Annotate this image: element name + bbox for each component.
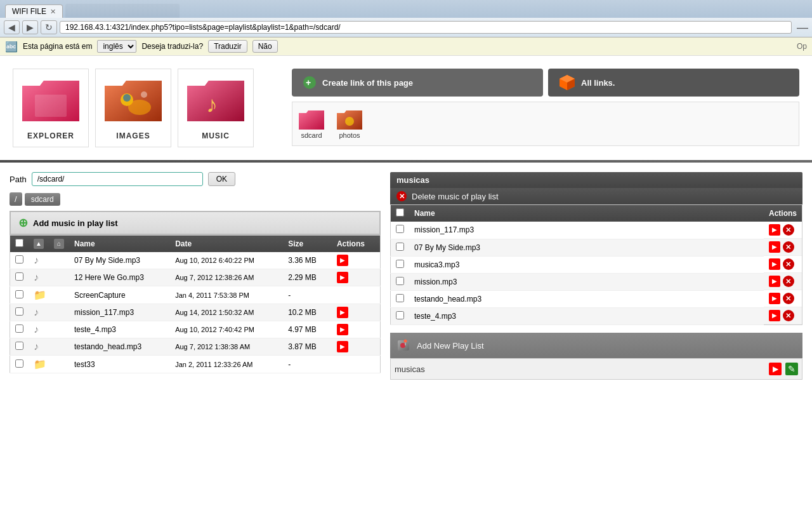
back-button[interactable]: ◀ [4,20,20,34]
select-all-checkbox[interactable] [15,239,23,247]
pl-row-check-cell [391,290,410,307]
row-checkbox[interactable] [15,272,23,281]
svg-text:♪: ♪ [206,91,218,117]
pl-delete-btn[interactable]: ✕ [783,276,794,287]
row-date: Jan 4, 2011 7:53:38 PM [170,286,283,304]
row-checkbox[interactable] [15,342,23,350]
row-date: Aug 10, 2012 6:40:22 PM [170,252,283,269]
row-checkbox[interactable] [15,359,23,368]
music-folder[interactable]: ♪ MUSIC [178,69,254,147]
pl-play-btn[interactable]: ▶ [769,293,780,304]
folder-icons: EXPLORER [13,69,254,147]
refresh-button[interactable]: ↻ [41,20,57,34]
col-sort-up: ▲ [29,236,49,253]
play-button[interactable]: ▶ [337,272,348,283]
row-name: teste_4.mp3 [69,321,170,338]
play-button[interactable]: ▶ [337,307,348,318]
table-row: ♪ mission_117.mp3 Aug 14, 2012 1:50:32 A… [10,304,381,321]
sort-up-btn[interactable]: ▲ [34,239,44,249]
pl-play-btn[interactable]: ▶ [769,276,780,287]
svg-text:+: + [306,77,311,88]
svg-rect-2 [35,95,67,117]
pl-play-btn[interactable]: ▶ [769,258,780,270]
shortcut-photos[interactable]: photos [337,109,362,139]
shortcut-sdcard[interactable]: sdcard [299,109,324,139]
forward-button[interactable]: ▶ [22,20,38,34]
row-checkbox[interactable] [15,255,23,264]
pl-row-checkbox[interactable] [396,243,404,251]
browser-tab[interactable]: WIFI FILE ✕ [5,4,63,18]
photos-label: photos [339,131,360,139]
all-links-label: All links. [581,78,615,88]
breadcrumb-root[interactable]: / [10,192,22,206]
breadcrumb-sdcard[interactable]: sdcard [25,193,60,206]
row-check-cell [10,286,29,304]
add-music-label: Add music in play list [33,218,118,228]
create-link-button[interactable]: + Create link of this page [292,69,543,97]
row-check-cell [10,269,29,286]
pl-row-checkbox[interactable] [396,311,404,319]
row-size: - [283,286,332,304]
new-playlist-name-bar: musicas ▶ ✎ [390,358,802,380]
row-size: 3.87 MB [283,338,332,356]
extra-option: Op [797,42,807,51]
path-label: Path [10,175,27,184]
pl-delete-btn[interactable]: ✕ [783,258,794,270]
playlist-add-btn[interactable]: ✎ [785,363,798,375]
translate-button[interactable]: Traduzir [208,40,247,53]
pl-row-name: mission_117.mp3 [409,222,764,239]
row-checkbox[interactable] [15,290,23,298]
language-select[interactable]: inglês [97,40,136,53]
row-check-cell [10,304,29,321]
pl-row-checkbox[interactable] [396,260,404,268]
col-home: ⌂ [49,236,69,253]
top-section: EXPLORER [0,56,812,160]
pl-play-btn[interactable]: ▶ [769,224,780,236]
play-button[interactable]: ▶ [337,255,348,266]
images-folder[interactable]: IMAGES [95,69,171,147]
home-btn[interactable]: ⌂ [54,239,64,249]
sdcard-icon [299,109,324,131]
pl-row-checkbox[interactable] [396,294,404,302]
delete-music-bar[interactable]: ✕ Delete music of play list [390,188,802,204]
row-check-cell [10,338,29,356]
no-translate-button[interactable]: Não [252,40,278,53]
explorer-folder[interactable]: EXPLORER [13,69,89,147]
pl-row-checkbox[interactable] [396,225,404,233]
row-checkbox[interactable] [15,324,23,333]
row-checkbox[interactable] [15,307,23,316]
pl-row-actions: ▶ ✕ [764,239,802,256]
pl-play-btn[interactable]: ▶ [769,310,780,321]
svg-point-26 [404,340,407,343]
pl-delete-btn[interactable]: ✕ [783,310,794,321]
links-buttons: + Create link of this page All links. [292,69,799,97]
pl-row-checkbox[interactable] [396,277,404,285]
path-ok-button[interactable]: OK [208,172,235,186]
playlist-row: mission.mp3 ▶ ✕ [391,273,802,290]
play-button[interactable]: ▶ [337,324,348,335]
music-file-icon: ♪ [34,324,39,335]
play-button[interactable]: ▶ [337,341,348,352]
pl-delete-btn[interactable]: ✕ [783,241,794,253]
row-name: 12 Here We Go.mp3 [69,269,170,286]
row-icon-cell: ♪ [29,269,69,286]
pl-row-check-cell [391,222,410,239]
pl-delete-btn[interactable]: ✕ [783,224,794,236]
pl-select-all[interactable] [396,208,404,217]
table-row: 📁 test33 Jan 2, 2011 12:33:26 AM - [10,356,381,373]
pl-play-btn[interactable]: ▶ [769,241,780,253]
playlist-play-btn[interactable]: ▶ [769,363,782,375]
pl-delete-btn[interactable]: ✕ [783,293,794,304]
url-bar[interactable] [60,21,792,34]
row-actions [332,356,381,373]
col-actions: Actions [332,236,381,253]
pl-row-actions: ▶ ✕ [764,256,802,273]
tab-close-btn[interactable]: ✕ [50,8,56,16]
add-music-bar[interactable]: ⊕ Add music in play list [10,211,381,235]
nav-bar: ◀ ▶ ↻ — [0,18,812,37]
pl-row-check-cell [391,239,410,256]
file-table: ▲ ⌂ Name Date Size Actions ♪ 07 By M [10,235,381,373]
all-links-button[interactable]: All links. [548,69,799,97]
playlist-row: testando_head.mp3 ▶ ✕ [391,290,802,307]
path-input[interactable] [32,172,203,186]
